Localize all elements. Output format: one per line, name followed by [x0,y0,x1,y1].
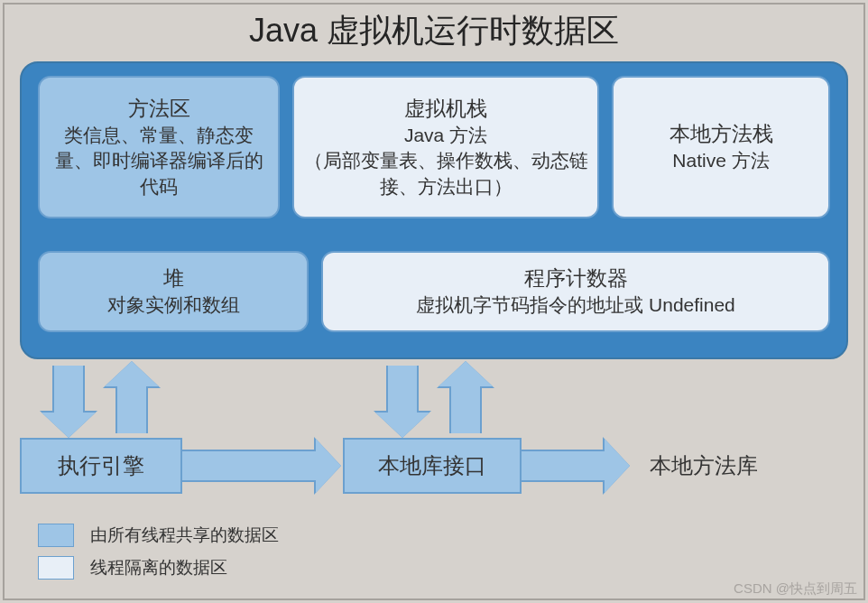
native-interface-box: 本地库接口 [343,438,522,494]
native-stack-box: 本地方法栈 Native 方法 [612,76,830,218]
arrow-down-head-2 [375,413,429,438]
legend-row-shared: 由所有线程共享的数据区 [38,524,279,547]
arrow-right-stem-1 [182,450,316,482]
heap-title: 堆 [163,264,184,292]
legend-label-shared: 由所有线程共享的数据区 [90,524,279,547]
vm-stack-sub1: Java 方法 [404,123,487,148]
arrow-right-stem-2 [522,450,605,482]
native-stack-sub: Native 方法 [672,148,769,173]
pc-counter-box: 程序计数器 虚拟机字节码指令的地址或 Undefined [321,251,830,332]
vm-stack-box: 虚拟机栈 Java 方法 （局部变量表、操作数栈、动态链接、方法出口） [292,76,599,218]
arrow-up-head-2 [439,361,493,386]
heap-box: 堆 对象实例和数组 [38,251,309,332]
legend-swatch-shared [38,524,74,547]
row-bottom: 堆 对象实例和数组 程序计数器 虚拟机字节码指令的地址或 Undefined [38,251,830,332]
arrow-up-stem-2 [449,386,482,433]
vm-stack-title: 虚拟机栈 [404,95,487,123]
vm-stack-sub2: （局部变量表、操作数栈、动态链接、方法出口） [301,148,590,199]
arrow-up-head-1 [105,361,159,386]
arrow-down-stem-2 [386,366,419,413]
watermark: CSDN @快点到周五 [734,580,857,598]
row-top: 方法区 类信息、常量、静态变量、即时编译器编译后的代码 虚拟机栈 Java 方法… [38,76,830,218]
native-libs-label: 本地方法库 [650,451,758,480]
arrow-up-stem-1 [115,386,148,433]
heap-desc: 对象实例和数组 [107,292,240,318]
method-area-title: 方法区 [128,95,190,123]
arrow-down-head-1 [42,413,96,438]
pc-desc: 虚拟机字节码指令的地址或 Undefined [416,292,735,318]
method-area-box: 方法区 类信息、常量、静态变量、即时编译器编译后的代码 [38,76,280,218]
exec-engine-box: 执行引擎 [20,438,182,494]
legend-row-isolated: 线程隔离的数据区 [38,556,279,580]
legend: 由所有线程共享的数据区 线程隔离的数据区 [38,524,279,589]
arrow-down-stem-1 [52,366,85,413]
arrow-right-head-1 [316,439,341,493]
method-area-desc: 类信息、常量、静态变量、即时编译器编译后的代码 [47,123,271,199]
arrow-right-head-2 [605,439,630,493]
native-stack-title: 本地方法栈 [669,120,773,148]
legend-swatch-isolated [38,556,74,580]
pc-title: 程序计数器 [524,264,628,292]
legend-label-isolated: 线程隔离的数据区 [90,556,227,580]
runtime-data-area-container: 方法区 类信息、常量、静态变量、即时编译器编译后的代码 虚拟机栈 Java 方法… [20,61,848,359]
